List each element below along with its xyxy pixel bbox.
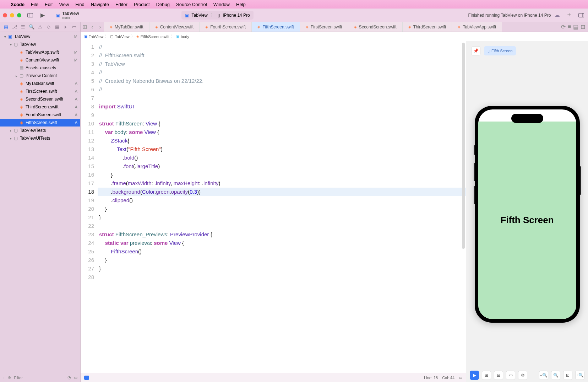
preview-selector[interactable]: ▯ Fifth Screen [484,46,516,55]
file-icon: ◈ [18,81,24,86]
filter-input[interactable] [14,376,65,380]
menu-edit[interactable]: Edit [45,2,53,7]
toggle-inspector-icon[interactable] [577,11,585,19]
tab-label: MyTabBar.swift [115,25,143,29]
tab-mytabbar[interactable]: ◈MyTabBar.swift [104,22,149,32]
menu-navigate[interactable]: Navigate [91,2,109,7]
menu-find[interactable]: Find [75,2,84,7]
menu-file[interactable]: File [31,2,38,7]
device-canvas[interactable]: Fifth Screen [466,60,588,368]
tree-row[interactable]: ◈FirstScreen.swiftA [0,87,80,95]
close-window-button[interactable] [3,13,7,17]
tree-row[interactable]: ◈SecondScreen.swiftA [0,95,80,103]
tree-row[interactable]: ◈FifthScreen.swiftA [0,119,80,127]
menu-help[interactable]: Help [236,2,246,7]
tree-row[interactable]: ▸▢TabViewTests [0,127,80,134]
issue-navigator-icon[interactable]: ⚠ [37,24,43,29]
tab-fourthscreen[interactable]: ◈FourthScreen.swift [200,22,252,32]
tab-label: FifthScreen.swift [262,25,294,29]
tab-firstscreen[interactable]: ◈FirstScreen.swift [300,22,348,32]
breadcrumb-item[interactable]: TabView [89,34,103,39]
tree-row[interactable]: ◈MyTabBar.swiftA [0,80,80,87]
menu-editor[interactable]: Editor [115,2,127,7]
zoom-fit-button[interactable]: ⊡ [563,371,572,380]
disclosure-icon[interactable]: ▸ [14,74,18,78]
test-navigator-icon[interactable]: ◇ [45,24,52,29]
device-settings-button[interactable]: ▭ [506,371,515,380]
minimize-window-button[interactable] [10,13,14,17]
editor-scrollbar[interactable] [461,41,466,382]
tab-tabviewapp[interactable]: ◈TabViewApp.swift [452,22,502,32]
report-navigator-icon[interactable]: ▭ [71,24,77,29]
app-menu[interactable]: Xcode [11,2,24,7]
editor-options-icon[interactable]: ≡ [568,23,571,30]
toggle-navigator-icon[interactable] [26,11,34,19]
editor-area: ▣ TabView 〉 ▢ TabView 〉 ◈ FifthScreen.sw… [81,32,588,382]
tab-secondscreen[interactable]: ◈SecondScreen.swift [348,22,403,32]
cloud-status-icon[interactable]: ☁︎ [554,12,563,18]
library-button[interactable]: + [567,11,571,19]
find-navigator-icon[interactable]: 🔍 [28,24,35,29]
breadcrumb-item[interactable]: TabView [115,34,129,39]
run-button[interactable]: ▶ [40,12,45,18]
pin-preview-button[interactable]: 📌 [471,46,480,55]
minimap-toggle-icon[interactable]: ▭ [459,375,462,380]
recent-filter-icon[interactable]: ◔ [67,375,71,380]
breadcrumb-item[interactable]: body [181,34,189,39]
add-editor-icon[interactable]: ⊞ [581,23,585,30]
tree-row[interactable]: ◈TabViewApp.swiftM [0,48,80,56]
symbol-navigator-icon[interactable]: ☰ [20,24,26,29]
tab-contentview[interactable]: ◈ContentView.swift [149,22,200,32]
tree-row[interactable]: ◈FourthScreen.swiftA [0,111,80,119]
variants-button[interactable]: ⊟ [494,371,503,380]
menu-debug[interactable]: Debug [156,2,170,7]
file-icon: ◈ [18,97,24,102]
preview-settings-button[interactable]: ⚙ [518,371,527,380]
run-destination[interactable]: ▣ TabView 〉 ▯ iPhone 14 Pro [181,11,254,20]
refresh-icon[interactable]: ⟳ [561,23,566,30]
activity-status: Finished running TabView on iPhone 14 Pr… [468,13,551,18]
source-editor[interactable]: 1234567891011121314151617181920212223242… [81,41,466,382]
scrollbar-thumb[interactable] [462,43,465,249]
jump-bar[interactable]: ▣ TabView 〉 ▢ TabView 〉 ◈ FifthScreen.sw… [81,32,588,41]
menu-view[interactable]: View [59,2,69,7]
code-text[interactable]: //// FifthScreen.swift// TabView//// Cre… [98,41,466,382]
zoom-window-button[interactable] [17,13,21,17]
menu-product[interactable]: Product [134,2,150,7]
tree-row[interactable]: ◈ThirdScreen.swiftA [0,103,80,111]
disclosure-icon[interactable]: ▸ [9,129,13,133]
tab-thirdscreen[interactable]: ◈ThirdScreen.swift [403,22,452,32]
disclosure-icon[interactable]: ▾ [3,35,7,39]
zoom-in-button[interactable]: +🔍 [575,371,584,380]
live-preview-button[interactable]: ▶ [470,371,479,380]
scheme-selector[interactable]: ▣ TabView main [53,10,82,21]
disclosure-icon[interactable]: ▾ [9,43,13,47]
adjust-editor-icon[interactable]: ▤ [573,23,578,30]
breadcrumb-item[interactable]: FifthScreen.swift [141,34,169,39]
related-items-icon[interactable]: ⊞ [81,23,88,30]
source-control-navigator-icon[interactable]: ⎇ [11,24,18,29]
phone-side-button [580,166,581,195]
nav-forward-icon[interactable]: › [96,24,104,30]
scm-filter-icon[interactable]: ▭ [74,375,77,380]
menu-source-control[interactable]: Source Control [176,2,207,7]
disclosure-icon[interactable]: ▸ [9,136,13,140]
tree-row[interactable]: ▤Assets.xcassets [0,64,80,72]
breakpoint-navigator-icon[interactable]: ⏵ [62,24,69,29]
zoom-out-button[interactable]: −🔍 [539,371,548,380]
menu-window[interactable]: Window [213,2,230,7]
zoom-actual-button[interactable]: 🔍 [551,371,560,380]
tree-row[interactable]: ▸▢Preview Content [0,72,80,80]
filter-scope-icon[interactable]: ⊙ [8,375,11,380]
tab-fifthscreen[interactable]: ◈FifthScreen.swift [252,22,300,32]
tree-row[interactable]: ▸▢TabViewUITests [0,134,80,142]
debug-navigator-icon[interactable]: ▦ [54,24,60,29]
debug-bar-toggle-icon[interactable] [84,376,89,380]
tree-row[interactable]: ◈ContentView.swiftM [0,56,80,64]
tree-row[interactable]: ▾▢TabView [0,41,80,48]
project-navigator-icon[interactable]: ▤ [3,24,9,29]
add-icon[interactable]: + [3,376,5,380]
tree-row[interactable]: ▾▣TabViewM [0,33,80,41]
selectable-preview-button[interactable]: ⊞ [482,371,491,380]
nav-back-icon[interactable]: ‹ [88,24,96,30]
